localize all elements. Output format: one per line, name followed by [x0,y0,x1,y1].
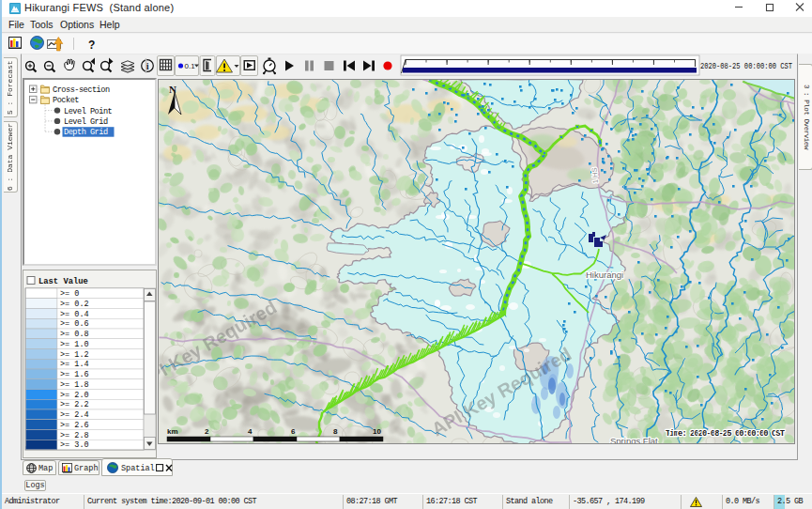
svg-text:>= 0.6: >= 0.6 [60,319,89,329]
svg-text:Hikurangi: Hikurangi [586,270,623,280]
svg-text:>= 1.2: >= 1.2 [60,350,89,360]
svg-text:N: N [169,84,176,95]
svg-text:>= 1.6: >= 1.6 [60,370,89,379]
svg-text:2020-08-25 00:00:00 CST: 2020-08-25 00:00:00 CST [700,62,792,71]
svg-text:>= 1.4: >= 1.4 [60,360,89,369]
svg-text:>= 0: >= 0 [60,289,79,299]
svg-text:Last Value: Last Value [38,277,88,286]
svg-text:>= 2.4: >= 2.4 [60,410,89,420]
svg-text:>= 2.2: >= 2.2 [60,400,89,409]
svg-text:Level Point: Level Point [64,107,113,116]
svg-text:>= 0.4: >= 0.4 [60,310,89,319]
svg-text:Springs Flat: Springs Flat [610,436,658,444]
svg-text:8: 8 [333,427,338,436]
svg-text:Time: 2020-08-25 00:00:00 CST: Time: 2020-08-25 00:00:00 CST [666,429,786,439]
svg-text:Level Grid: Level Grid [64,117,108,127]
svg-text:10: 10 [373,427,381,436]
svg-text:km: km [167,427,178,436]
svg-text:2: 2 [205,427,209,436]
svg-text:>= 2.8: >= 2.8 [60,431,89,440]
svg-text:Cross-section: Cross-section [53,85,110,95]
svg-text:>= 3.0: >= 3.0 [60,440,89,450]
svg-text:0.1: 0.1 [185,62,196,70]
svg-text:>= 0.2: >= 0.2 [60,300,89,309]
svg-text:>= 1.8: >= 1.8 [60,380,89,390]
svg-text:6: 6 [291,427,296,436]
svg-text:>= 0.8: >= 0.8 [60,330,89,339]
svg-text:Pocket: Pocket [53,96,79,105]
svg-text:1 HS: 1 HS [590,167,600,183]
svg-text:Depth Grid: Depth Grid [64,128,108,137]
svg-text:4: 4 [248,427,253,436]
svg-text:>= 2.6: >= 2.6 [60,421,89,430]
svg-text:?: ? [88,39,95,52]
svg-text:>= 2.0: >= 2.0 [60,391,89,400]
svg-text:>= 1.0: >= 1.0 [60,340,89,349]
svg-text:i: i [146,61,149,71]
